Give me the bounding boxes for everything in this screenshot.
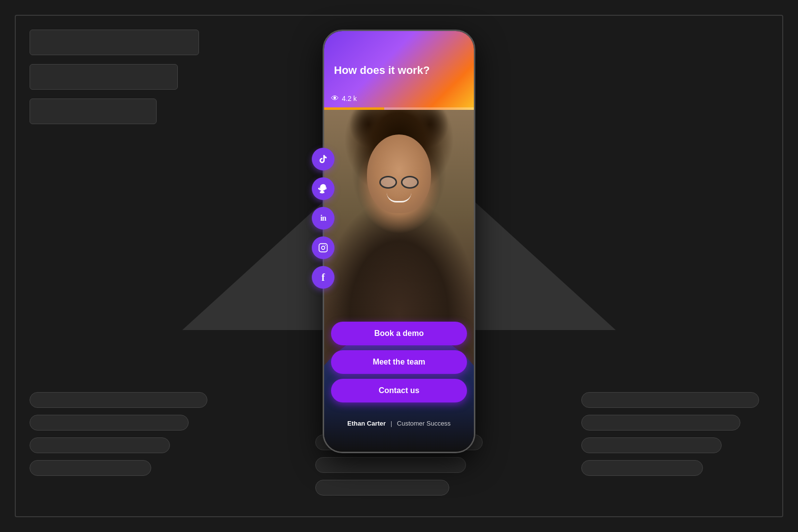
phone-content-area: Book a demo Meet the team Contact us Eth… xyxy=(324,110,474,452)
tiktok-button[interactable] xyxy=(312,148,334,170)
view-count-value: 4.2 k xyxy=(342,95,357,102)
person-role: Customer Success xyxy=(397,420,451,427)
cta-buttons-panel: Book a demo Meet the team Contact us xyxy=(331,322,467,402)
wire-block-2 xyxy=(30,64,178,90)
bottom-right-wireframe xyxy=(581,392,768,483)
separator: | xyxy=(391,420,392,427)
face-area xyxy=(367,134,431,213)
contact-us-button[interactable]: Contact us xyxy=(331,379,467,402)
smile xyxy=(387,193,411,202)
left-column-wireframe xyxy=(30,30,241,133)
wire-line-br-1 xyxy=(581,392,759,408)
phone-header: How does it work? 👁 4.2 k xyxy=(324,31,474,110)
svg-point-2 xyxy=(325,245,326,246)
snapchat-button[interactable] xyxy=(312,177,334,200)
meet-team-button[interactable]: Meet the team xyxy=(331,350,467,374)
person-name: Ethan Carter xyxy=(347,420,386,427)
wire-line-bl-4 xyxy=(30,460,151,476)
wire-line-br-4 xyxy=(581,460,703,476)
wire-line-bl-1 xyxy=(30,392,207,408)
wire-line-bl-3 xyxy=(30,437,170,453)
wire-line-bc-2 xyxy=(315,457,466,473)
eye-icon: 👁 xyxy=(331,94,339,103)
phone-mockup: in f How does it work? 👁 4.2 k xyxy=(323,30,475,453)
phone-header-title: How does it work? xyxy=(334,64,430,77)
facebook-button[interactable]: f xyxy=(312,266,334,289)
wire-block-3 xyxy=(30,99,157,124)
phone-frame: How does it work? 👁 4.2 k xyxy=(323,30,475,453)
wire-line-bc-3 xyxy=(315,480,449,496)
glasses xyxy=(379,176,419,189)
person-name-tag: Ethan Carter | Customer Success xyxy=(324,420,474,427)
book-demo-button[interactable]: Book a demo xyxy=(331,322,467,345)
svg-rect-0 xyxy=(319,244,328,252)
wire-line-br-3 xyxy=(581,437,722,453)
linkedin-button[interactable]: in xyxy=(312,207,334,230)
social-icons-panel: in f xyxy=(312,148,334,289)
wire-block-1 xyxy=(30,30,199,55)
view-count: 👁 4.2 k xyxy=(331,94,357,103)
wire-line-bl-2 xyxy=(30,415,189,431)
instagram-button[interactable] xyxy=(312,236,334,259)
bottom-left-wireframe xyxy=(30,392,217,483)
svg-point-1 xyxy=(322,246,325,250)
wire-line-br-2 xyxy=(581,415,740,431)
